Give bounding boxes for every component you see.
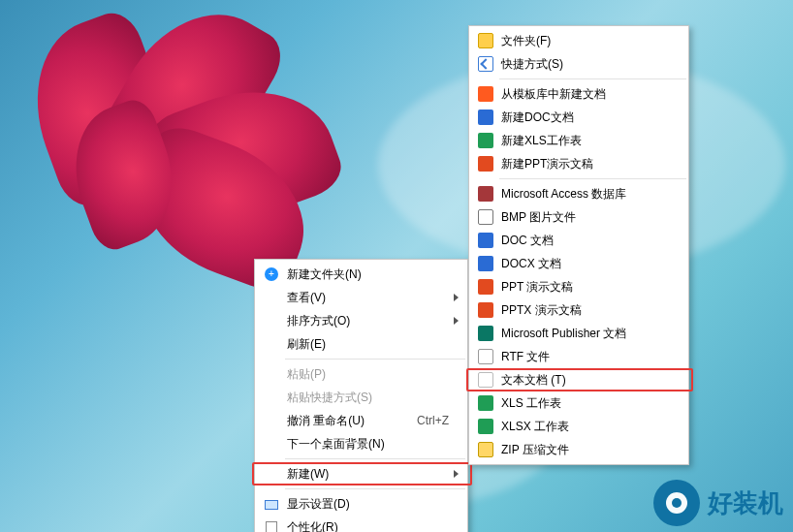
menu-label: PPT 演示文稿 <box>495 279 683 296</box>
menu-item-new[interactable]: 新建(W) <box>256 462 466 485</box>
publisher-icon <box>476 326 495 341</box>
submenu-item-xlsx[interactable]: XLSX 工作表 <box>470 415 687 438</box>
submenu-item-docx[interactable]: DOCX 文档 <box>470 252 687 275</box>
menu-separator <box>285 359 465 360</box>
submenu-item-zip[interactable]: ZIP 压缩文件 <box>470 438 687 461</box>
doc-icon <box>476 233 495 248</box>
submenu-item-ppt2[interactable]: PPT 演示文稿 <box>470 275 687 298</box>
submenu-item-wps-template[interactable]: 从模板库中新建文档 <box>470 82 687 106</box>
pptx-icon <box>476 302 495 318</box>
menu-label: 新建DOC文档 <box>495 110 683 126</box>
menu-item-display[interactable]: 显示设置(D) <box>256 492 466 516</box>
txt-icon <box>476 372 495 388</box>
menu-label: PPTX 演示文稿 <box>495 302 683 319</box>
menu-label: 新建文件夹(N) <box>281 266 462 283</box>
menu-item-sort[interactable]: 排序方式(O) <box>256 309 466 332</box>
submenu-item-bmp[interactable]: BMP 图片文件 <box>470 205 687 229</box>
menu-label: 快捷方式(S) <box>495 56 683 73</box>
access-icon <box>476 186 495 202</box>
menu-label: 显示设置(D) <box>281 496 462 513</box>
menu-item-paste: 粘贴(P) <box>256 362 466 386</box>
xls-icon <box>476 133 495 148</box>
menu-item-personalize[interactable]: 个性化(R) <box>256 516 466 532</box>
submenu-arrow-icon <box>454 294 459 301</box>
brand-logo-icon <box>653 480 700 526</box>
submenu-item-shortcut[interactable]: 快捷方式(S) <box>470 52 687 76</box>
menu-label: 个性化(R) <box>281 519 462 533</box>
submenu-item-doc[interactable]: 新建DOC文档 <box>470 106 687 129</box>
xlsx-icon <box>476 419 495 434</box>
menu-label: 刷新(E) <box>281 336 462 353</box>
menu-item-new-folder[interactable]: + 新建文件夹(N) <box>256 263 466 286</box>
menu-label: 撤消 重命名(U) <box>281 413 417 429</box>
menu-label: 文本文档 (T) <box>495 372 683 389</box>
menu-label: ZIP 压缩文件 <box>495 442 683 458</box>
docx-icon <box>476 256 495 271</box>
menu-label: 从模板库中新建文档 <box>495 86 683 103</box>
brand-watermark: 好装机 <box>653 480 783 526</box>
menu-label: DOCX 文档 <box>495 256 683 272</box>
menu-separator <box>285 458 465 459</box>
new-folder-icon: + <box>262 267 281 281</box>
submenu-item-xls2[interactable]: XLS 工作表 <box>470 391 687 415</box>
shortcut-icon <box>476 56 495 72</box>
zip-icon <box>476 442 495 457</box>
menu-separator <box>499 178 686 179</box>
menu-shortcut: Ctrl+Z <box>417 414 462 427</box>
menu-label: 文件夹(F) <box>495 33 683 49</box>
menu-item-paste-shortcut: 粘贴快捷方式(S) <box>256 386 466 409</box>
display-icon <box>262 498 281 510</box>
submenu-item-ppt[interactable]: 新建PPT演示文稿 <box>470 152 687 175</box>
menu-label: 新建PPT演示文稿 <box>495 156 683 172</box>
submenu-item-txt[interactable]: 文本文档 (T) <box>470 368 687 391</box>
doc-icon <box>476 110 495 125</box>
submenu-item-folder[interactable]: 文件夹(F) <box>470 29 687 52</box>
menu-label: 查看(V) <box>281 290 462 306</box>
personalize-icon <box>262 521 281 532</box>
menu-label: Microsoft Access 数据库 <box>495 186 683 203</box>
menu-label: 粘贴快捷方式(S) <box>281 390 462 406</box>
menu-label: 下一个桌面背景(N) <box>281 436 462 453</box>
ppt-icon <box>476 279 495 295</box>
menu-label: RTF 文件 <box>495 349 683 365</box>
menu-label: BMP 图片文件 <box>495 209 683 226</box>
menu-separator <box>285 488 465 489</box>
brand-text: 好装机 <box>708 486 783 520</box>
menu-separator <box>499 78 686 79</box>
decorative-flower <box>19 0 291 262</box>
submenu-item-access[interactable]: Microsoft Access 数据库 <box>470 182 687 205</box>
menu-label: XLS 工作表 <box>495 395 683 412</box>
menu-item-undo[interactable]: 撤消 重命名(U) Ctrl+Z <box>256 409 466 432</box>
submenu-item-xls[interactable]: 新建XLS工作表 <box>470 129 687 152</box>
context-menu: + 新建文件夹(N) 查看(V) 排序方式(O) 刷新(E) 粘贴(P) 粘贴快… <box>254 259 468 532</box>
bmp-icon <box>476 209 495 225</box>
menu-label: 排序方式(O) <box>281 313 462 329</box>
new-submenu: 文件夹(F) 快捷方式(S) 从模板库中新建文档 新建DOC文档 新建XLS工作… <box>468 25 689 465</box>
menu-item-view[interactable]: 查看(V) <box>256 286 466 309</box>
rtf-icon <box>476 349 495 364</box>
submenu-arrow-icon <box>454 317 459 325</box>
wps-icon <box>476 86 495 102</box>
ppt-icon <box>476 156 495 172</box>
menu-label: 粘贴(P) <box>281 366 462 383</box>
submenu-item-doc2[interactable]: DOC 文档 <box>470 229 687 252</box>
menu-label: 新建(W) <box>281 466 462 483</box>
submenu-arrow-icon <box>454 470 459 478</box>
menu-label: DOC 文档 <box>495 233 683 249</box>
folder-icon <box>476 33 495 48</box>
menu-item-next-bg[interactable]: 下一个桌面背景(N) <box>256 432 466 455</box>
submenu-item-publisher[interactable]: Microsoft Publisher 文档 <box>470 322 687 345</box>
menu-label: Microsoft Publisher 文档 <box>495 326 683 342</box>
xls-icon <box>476 395 495 411</box>
menu-item-refresh[interactable]: 刷新(E) <box>256 332 466 356</box>
menu-label: XLSX 工作表 <box>495 419 683 435</box>
submenu-item-rtf[interactable]: RTF 文件 <box>470 345 687 368</box>
menu-label: 新建XLS工作表 <box>495 133 683 149</box>
submenu-item-pptx[interactable]: PPTX 演示文稿 <box>470 298 687 322</box>
